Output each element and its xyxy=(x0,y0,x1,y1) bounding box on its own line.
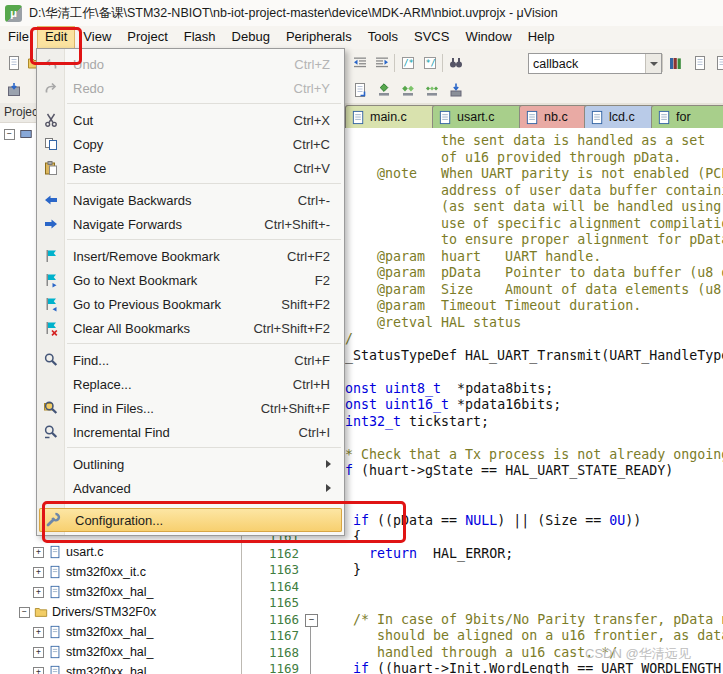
line-number: 1165 xyxy=(247,595,299,612)
menu-tools[interactable]: Tools xyxy=(360,26,406,49)
tree-item-label: usart.c xyxy=(66,545,104,559)
nav-back-icon xyxy=(37,192,64,208)
tree-item-stm32f0xx-hal[interactable]: +stm32f0xx_hal xyxy=(33,662,147,674)
code-line: * @param huart UART handle. xyxy=(321,249,723,266)
expand-toggle-icon[interactable]: − xyxy=(19,607,30,618)
fold-toggle[interactable]: − xyxy=(305,614,318,627)
menu-item-label: Insert/Remove Bookmark xyxy=(73,249,220,264)
indent-right-icon[interactable] xyxy=(372,53,392,73)
new-file-icon[interactable] xyxy=(4,53,24,73)
menu-item-label: Find in Files... xyxy=(73,401,154,416)
code-line: * @note When UART parity is not enabled … xyxy=(321,166,723,183)
menu-window[interactable]: Window xyxy=(457,26,519,49)
menu-item-navigate-backwards[interactable]: Navigate BackwardsCtrl+- xyxy=(37,188,344,212)
batch-build-icon[interactable] xyxy=(422,80,442,100)
menu-flash[interactable]: Flash xyxy=(176,26,224,49)
find-input[interactable] xyxy=(529,54,645,73)
file-icon xyxy=(48,625,62,639)
expand-toggle-icon[interactable]: + xyxy=(33,567,44,578)
menu-item-replace[interactable]: Replace...Ctrl+H xyxy=(37,372,344,396)
menu-item-shortcut: Ctrl+Z xyxy=(294,57,330,72)
expand-toggle-icon[interactable]: + xyxy=(33,647,44,658)
menu-separator xyxy=(67,103,341,104)
editor-tab-for[interactable]: for xyxy=(651,105,723,128)
code-line: * use of specific alignment compilation … xyxy=(321,216,723,233)
csdn-watermark: CSDN @华清远见 xyxy=(585,645,691,663)
file-icon xyxy=(48,545,62,559)
menu-help[interactable]: Help xyxy=(520,26,563,49)
tree-item-stm32f0xx-hal[interactable]: +stm32f0xx_hal_ xyxy=(33,622,154,642)
menu-project[interactable]: Project xyxy=(119,26,175,49)
menu-item-advanced[interactable]: Advanced xyxy=(37,476,344,500)
expand-toggle-icon[interactable]: + xyxy=(33,627,44,638)
menu-item-label: Paste xyxy=(73,161,106,176)
tree-item-stm32f0xx-hal[interactable]: +stm32f0xx_hal_ xyxy=(33,582,154,602)
copy-icon xyxy=(37,136,64,152)
indent-left-icon[interactable] xyxy=(350,53,370,73)
menu-item-navigate-forwards[interactable]: Navigate ForwardsCtrl+Shift+- xyxy=(37,212,344,236)
bookmark-prev-icon xyxy=(37,296,64,312)
line-number: 1166 xyxy=(247,612,299,629)
chevron-down-icon xyxy=(650,62,658,70)
menu-item-insert-remove-bookmark[interactable]: Insert/Remove BookmarkCtrl+F2 xyxy=(37,244,344,268)
menu-item-shortcut: Ctrl+Shift+- xyxy=(264,217,330,232)
menu-peripherals[interactable]: Peripherals xyxy=(278,26,360,49)
expand-toggle-icon[interactable]: + xyxy=(33,587,44,598)
doc-page-icon[interactable] xyxy=(690,53,710,73)
menu-item-incremental-find[interactable]: Incremental FindCtrl+I xyxy=(37,420,344,444)
tree-item-label: Drivers/STM32F0x xyxy=(52,605,156,619)
menu-item-label: Go to Next Bookmark xyxy=(73,273,197,288)
editor-tab-lcd-c[interactable]: lcd.c xyxy=(584,105,657,128)
line-number: 1169 xyxy=(247,661,299,674)
translate-icon[interactable] xyxy=(350,80,370,100)
tree-item-stm32f0xx-it-c[interactable]: +stm32f0xx_it.c xyxy=(33,562,146,582)
menu-item-label: Navigate Forwards xyxy=(73,217,182,232)
annotation-box-configuration xyxy=(42,501,406,543)
submenu-arrow-icon xyxy=(326,484,335,492)
tree-item-stm32f0xx-hal[interactable]: +stm32f0xx_hal_ xyxy=(33,642,154,662)
build-icon[interactable] xyxy=(374,80,394,100)
menu-item-redo: RedoCtrl+Y xyxy=(37,76,344,100)
menu-svcs[interactable]: SVCS xyxy=(406,26,457,49)
uncomment-icon[interactable]: */ xyxy=(420,53,440,73)
editor-tab-nb-c[interactable]: nb.c xyxy=(519,105,590,128)
combo-dropdown-button[interactable] xyxy=(645,54,661,73)
title-bar: μ D:\华清工作\备课\STM32-NBIOT\nb-iot-project-… xyxy=(0,0,723,27)
expand-toggle-icon[interactable]: − xyxy=(4,129,15,140)
tree-item-drivers-stm32f0x[interactable]: −Drivers/STM32F0x xyxy=(19,602,156,622)
menu-item-outlining[interactable]: Outlining xyxy=(37,452,344,476)
menu-item-find[interactable]: Find...Ctrl+F xyxy=(37,348,344,372)
app-icon: μ xyxy=(5,5,22,22)
menu-item-label: Redo xyxy=(73,81,104,96)
menu-item-copy[interactable]: CopyCtrl+C xyxy=(37,132,344,156)
comment-icon[interactable]: /* xyxy=(398,53,418,73)
books-icon[interactable] xyxy=(666,53,686,73)
menu-item-paste[interactable]: PasteCtrl+V xyxy=(37,156,344,180)
doc-page-icon[interactable] xyxy=(712,53,723,73)
find-in-files-tb-icon[interactable] xyxy=(446,53,466,73)
menu-separator xyxy=(67,343,341,344)
menu-item-cut[interactable]: CutCtrl+X xyxy=(37,108,344,132)
editor-tab-usart-c[interactable]: usart.c xyxy=(432,105,525,128)
menu-item-label: Outlining xyxy=(73,457,124,472)
menu-item-go-to-next-bookmark[interactable]: Go to Next BookmarkF2 xyxy=(37,268,344,292)
annotation-box-edit xyxy=(30,27,82,65)
find-combobox[interactable] xyxy=(528,53,662,74)
code-line xyxy=(321,579,723,596)
code-line: * of u16 provided through pData. xyxy=(321,150,723,167)
menu-item-go-to-previous-bookmark[interactable]: Go to Previous BookmarkShift+F2 xyxy=(37,292,344,316)
menu-debug[interactable]: Debug xyxy=(224,26,278,49)
download-icon[interactable] xyxy=(446,80,466,100)
rebuild-icon[interactable] xyxy=(398,80,418,100)
expand-toggle-icon[interactable]: + xyxy=(33,547,44,558)
file-icon xyxy=(48,645,62,659)
flash-load-icon[interactable] xyxy=(4,80,24,100)
editor-tab-main-c[interactable]: main.c xyxy=(345,105,438,128)
tree-item-usart-c[interactable]: +usart.c xyxy=(33,542,104,562)
menu-item-clear-all-bookmarks[interactable]: Clear All BookmarksCtrl+Shift+F2 xyxy=(37,316,344,340)
code-line: return HAL_ERROR; xyxy=(321,546,723,563)
expand-toggle-icon[interactable]: + xyxy=(33,667,44,674)
menu-separator xyxy=(67,183,341,184)
tab-label: for xyxy=(676,110,691,124)
menu-item-find-in-files[interactable]: Find in Files...Ctrl+Shift+F xyxy=(37,396,344,420)
